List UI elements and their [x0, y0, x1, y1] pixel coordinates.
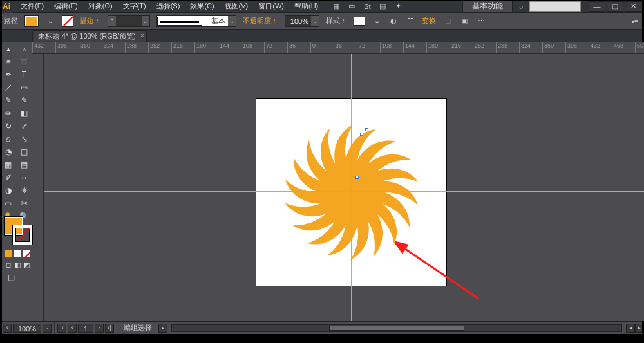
rectangle-tool[interactable]: ▭ — [16, 81, 32, 94]
anchor-point[interactable] — [365, 128, 368, 131]
document-tab[interactable]: 未标题-4* @ 100% (RGB/预览) × — [32, 30, 147, 42]
workspace-switcher[interactable]: 基本功能 — [462, 0, 513, 13]
mask-icon[interactable]: ▣ — [459, 16, 469, 26]
ruler-tick: 252 — [473, 42, 496, 54]
artboard-prev[interactable]: ‹ — [68, 324, 77, 333]
direct-selection-tool[interactable]: ▵ — [16, 42, 32, 55]
pen-tool[interactable]: ✒ — [0, 68, 16, 81]
ruler-horizontal[interactable]: 4323963603242882522161801441087236036721… — [32, 42, 644, 54]
menu-help[interactable]: 帮助(H) — [290, 0, 322, 12]
panel-collapse-icon[interactable]: •≡ — [630, 16, 640, 26]
transform-label[interactable]: 变换 — [422, 16, 436, 26]
window-minimize[interactable]: — — [589, 1, 605, 12]
zoom-value[interactable]: 100% — [13, 324, 41, 333]
artboard-number[interactable]: 1 — [78, 324, 93, 333]
rotate-tool[interactable]: ↻ — [0, 120, 16, 133]
graphic-style-swatch[interactable] — [354, 17, 365, 26]
artboard-next[interactable]: › — [95, 324, 104, 333]
app-logo: Ai — [0, 0, 13, 13]
magic-wand-tool[interactable]: ✴ — [0, 55, 16, 68]
menu-object[interactable]: 对象(O) — [84, 0, 117, 12]
stock-icon[interactable]: St — [362, 1, 372, 12]
ruler-tick: 216 — [171, 42, 194, 54]
draw-normal-icon[interactable]: ◻ — [5, 260, 12, 269]
ruler-tick: 432 — [32, 42, 55, 54]
recolor-icon[interactable]: ◐ — [388, 16, 399, 26]
symbol-sprayer-tool[interactable]: ❋ — [16, 184, 32, 197]
width-tool[interactable]: ⎋ — [0, 133, 16, 145]
prefs-icon[interactable]: ✦ — [393, 1, 403, 12]
color-mode-gradient[interactable] — [14, 250, 21, 257]
ruler-vertical[interactable] — [32, 54, 44, 321]
ruler-tick: 108 — [380, 42, 403, 54]
docsetup-icon[interactable]: ▤ — [377, 1, 388, 12]
status-dropdown[interactable]: ▸ — [158, 324, 167, 333]
menu-select[interactable]: 选择(S) — [153, 0, 184, 12]
zoom-dropdown[interactable]: ⌄ — [43, 324, 52, 333]
selection-mode-label: 路径 — [4, 16, 18, 26]
gradient-tool[interactable]: ▤ — [16, 158, 32, 171]
screen-mode-icon[interactable]: ▢ — [5, 272, 17, 283]
stroke-label: 描边： — [80, 16, 101, 26]
eraser-tool[interactable]: ◧ — [16, 107, 32, 120]
artboard-first[interactable]: |‹ — [57, 324, 66, 333]
scrollbar-h-thumb[interactable] — [329, 326, 464, 331]
blend-tool[interactable]: ◑ — [0, 184, 16, 197]
blob-brush-tool[interactable]: ✏ — [0, 107, 16, 120]
menu-edit[interactable]: 编辑(E) — [50, 0, 82, 12]
bridge-icon[interactable]: ▦ — [331, 1, 341, 12]
scrollbar-horizontal[interactable] — [171, 324, 622, 332]
no-stroke-icon[interactable] — [62, 15, 73, 27]
color-mode-solid[interactable] — [5, 250, 12, 257]
color-mode-none[interactable] — [23, 250, 30, 257]
menu-type[interactable]: 文字(T) — [119, 0, 150, 12]
artboard-tool[interactable]: ▭ — [0, 197, 16, 210]
zoom-out-button[interactable]: ‹ — [3, 324, 12, 333]
paintbrush-tool[interactable]: ✎ — [0, 94, 16, 107]
selection-tool[interactable]: ▴ — [0, 42, 16, 55]
draw-behind-icon[interactable]: ◧ — [14, 260, 21, 269]
draw-inside-icon[interactable]: ◩ — [23, 260, 30, 269]
anchor-point[interactable] — [355, 176, 359, 179]
free-transform-tool[interactable]: ⤡ — [16, 133, 32, 145]
style-dropdown-icon[interactable]: ⌄ — [372, 16, 382, 26]
search-input[interactable] — [529, 1, 581, 12]
shape-builder-tool[interactable]: ◔ — [0, 145, 16, 158]
slice-tool[interactable]: ✂ — [16, 197, 32, 210]
guide-vertical[interactable] — [351, 54, 352, 321]
line-tool[interactable]: ／ — [0, 81, 16, 94]
canvas-stage[interactable] — [44, 54, 644, 321]
menu-file[interactable]: 文件(F) — [17, 0, 48, 12]
fill-stroke-proxy[interactable] — [4, 216, 32, 245]
swatch-dropdown-icon[interactable]: ⌄ — [45, 16, 55, 26]
perspective-tool[interactable]: ◫ — [16, 145, 32, 158]
align-panel-icon[interactable]: ☷ — [405, 16, 415, 26]
stroke-profile-field[interactable]: 基本⌄ — [156, 15, 236, 27]
guide-horizontal[interactable] — [44, 191, 644, 192]
fill-swatch[interactable] — [24, 15, 39, 27]
ruler-tick: 72 — [357, 42, 380, 54]
window-maximize[interactable]: ▢ — [607, 1, 623, 12]
stroke-weight-field[interactable]: ⌃⌄ — [108, 15, 150, 27]
stroke-preview — [157, 17, 202, 26]
menu-window[interactable]: 窗口(W) — [254, 0, 288, 12]
stroke-proxy[interactable] — [13, 225, 32, 245]
menu-view[interactable]: 视图(V) — [221, 0, 252, 12]
menu-effect[interactable]: 效果(C) — [186, 0, 218, 12]
close-tab-icon[interactable]: × — [140, 32, 144, 39]
isolate-icon[interactable]: ⊡ — [442, 16, 453, 26]
opacity-field[interactable]: 100%⌄ — [285, 15, 319, 27]
measure-tool[interactable]: ↔ — [16, 171, 32, 184]
arrange-icon[interactable]: ▭ — [346, 1, 357, 12]
scale-tool[interactable]: ⤢ — [16, 120, 32, 133]
artboard-last[interactable]: ›| — [105, 324, 114, 333]
anchor-point[interactable] — [360, 133, 363, 136]
lasso-tool[interactable]: ➰ — [16, 55, 32, 68]
eyedropper-tool[interactable]: ✐ — [0, 171, 16, 184]
mesh-tool[interactable]: ▦ — [0, 158, 16, 171]
type-tool[interactable]: T — [16, 68, 32, 81]
window-close[interactable]: ✕ — [625, 1, 641, 12]
more-icon[interactable]: ⋯ — [476, 16, 486, 26]
scroll-left[interactable]: ◂ — [626, 324, 635, 333]
pencil-tool[interactable]: ✎ — [16, 94, 32, 107]
